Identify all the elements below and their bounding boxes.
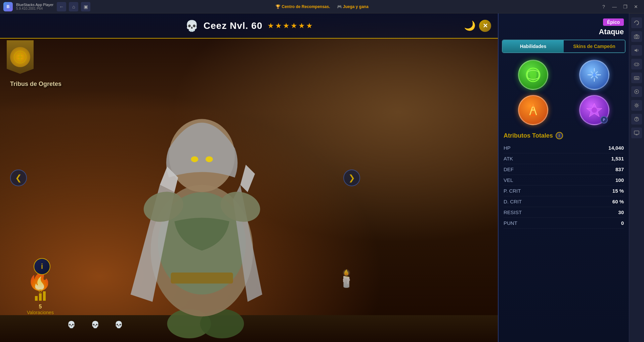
svg-point-33 (637, 64, 638, 65)
sidebar-rotate-button[interactable] (631, 17, 642, 28)
stat-label-vel: VEL (504, 177, 513, 183)
game-header: 💀 Ceez Nvl. 60 ★ ★ ★ ★ ★ ★ 🌙 ✕ (0, 13, 498, 39)
stat-value-resist: 30 (618, 209, 624, 215)
svg-rect-43 (634, 131, 639, 134)
skill-3-button[interactable] (518, 95, 548, 125)
sidebar-monitor-button[interactable] (631, 128, 642, 138)
sidebar-screenshot-button[interactable] (631, 31, 642, 42)
sidebar-quest-button[interactable] (631, 114, 642, 125)
game-background (0, 13, 498, 342)
right-panel: Épico Ataque Habilidades Skins de Campeó… (498, 13, 629, 342)
app-title: BlueStacks App Player 5.9.410.2001 P64 (16, 3, 53, 10)
ratings-count: 5 (39, 304, 42, 310)
keyboard-icon (634, 75, 640, 81)
main-area: 💀 Ceez Nvl. 60 ★ ★ ★ ★ ★ ★ 🌙 ✕ (0, 13, 644, 342)
stat-row-punt: PUNT 0 (504, 218, 624, 229)
sidebar-keyboard-button[interactable] (631, 72, 642, 83)
stat-label-hp: HP (504, 145, 511, 151)
info-button[interactable]: i (34, 258, 50, 275)
titlebar-center: 🏆 Centro de Recompensas. 🎮 Juega y gana (275, 4, 369, 9)
svg-point-32 (637, 64, 638, 64)
stat-row-atk: ATK 1,531 (504, 153, 624, 164)
header-actions: 🌙 ✕ (464, 20, 491, 32)
svg-rect-4 (43, 291, 46, 301)
attributes-header: Atributos Totales i (504, 132, 624, 139)
skill-1-button[interactable] (518, 60, 548, 90)
titlebar: B BlueStacks App Player 5.9.410.2001 P64… (0, 0, 644, 13)
tab-habilidades[interactable]: Habilidades (503, 40, 564, 52)
stat-label-atk: ATK (504, 156, 513, 161)
bluestacks-sidebar (629, 13, 644, 342)
stat-row-vel: VEL 100 (504, 175, 624, 186)
stat-label-punt: PUNT (504, 220, 517, 226)
star-rating: ★ ★ ★ ★ ★ ★ (267, 21, 313, 30)
role-label: Ataque (599, 28, 624, 36)
play-earn-button[interactable]: 🎮 Juega y gana (337, 4, 369, 9)
prev-champion-button[interactable]: ❮ (10, 169, 27, 186)
gamepad-icon (634, 61, 640, 67)
skill-4-button[interactable]: P (579, 95, 609, 125)
rotate-icon (634, 20, 640, 26)
skill-3-icon (525, 102, 542, 118)
svg-point-28 (636, 36, 638, 38)
svg-rect-3 (39, 293, 42, 301)
stat-row-hp: HP 14,040 (504, 143, 624, 153)
stat-label-def: DEF (504, 166, 514, 172)
tab-skins[interactable]: Skins de Campeón (564, 40, 625, 52)
rewards-button[interactable]: 🏆 Centro de Recompensas. (275, 4, 330, 9)
guild-symbol-icon (13, 50, 27, 64)
stat-value-punt: 0 (621, 220, 624, 226)
stat-row-pcrit: P. CRIT 15 % (504, 186, 624, 196)
help-button[interactable]: ? (599, 2, 608, 11)
bluestacks-logo: B (3, 2, 13, 11)
close-button[interactable]: ✕ (631, 2, 641, 11)
type-section: Épico Ataque (499, 13, 629, 38)
home-button[interactable]: ⌂ (69, 2, 78, 11)
tribe-label: Tribus de Ogretes (10, 81, 61, 88)
floor-decoration: 💀 💀 💀 (67, 321, 130, 329)
titlebar-controls: ? — ❐ ✕ (599, 2, 641, 11)
back-button[interactable]: ← (57, 2, 66, 11)
sidebar-macro-button[interactable] (631, 86, 642, 97)
sidebar-settings-button[interactable] (631, 100, 642, 111)
volume-icon (634, 47, 640, 53)
stat-value-hp: 14,040 (608, 145, 624, 151)
game-area: 💀 Ceez Nvl. 60 ★ ★ ★ ★ ★ ★ 🌙 ✕ (0, 13, 498, 342)
guild-banner (7, 40, 37, 74)
stat-row-resist: RESIST 30 (504, 207, 624, 218)
svg-rect-34 (634, 77, 639, 80)
stat-value-vel: 100 (615, 177, 624, 183)
game-close-button[interactable]: ✕ (479, 20, 491, 32)
epic-badge: Épico (603, 18, 624, 26)
titlebar-nav: ← ⌂ ▣ (57, 2, 90, 11)
stat-value-dcrit: 60 % (612, 199, 624, 204)
sidebar-volume-button[interactable] (631, 45, 642, 56)
bar-chart-icon (34, 289, 46, 301)
stat-value-pcrit: 15 % (612, 188, 624, 194)
ratings-chart-icon (34, 289, 46, 304)
svg-point-40 (636, 105, 638, 106)
recent-button[interactable]: ▣ (81, 2, 90, 11)
ratings-label: Valoraciones (27, 310, 54, 315)
attributes-info-button[interactable]: i (556, 132, 563, 139)
skull-icon: 💀 (185, 19, 199, 32)
titlebar-left: B BlueStacks App Player 5.9.410.2001 P64… (3, 2, 90, 11)
skill-4-icon (586, 102, 603, 118)
stat-value-atk: 1,531 (611, 156, 624, 161)
macro-icon (634, 89, 640, 95)
svg-point-1 (18, 55, 22, 59)
next-champion-button[interactable]: ❯ (343, 169, 360, 186)
moon-icon: 🌙 (464, 20, 476, 31)
sidebar-gamepad-button[interactable] (631, 59, 642, 69)
skill-2-button[interactable] (579, 60, 609, 90)
ground (0, 315, 498, 342)
attributes-title: Atributos Totales (504, 132, 553, 139)
banner-shape (7, 40, 34, 74)
stat-row-def: DEF 837 (504, 164, 624, 175)
torch-right: 🕯️ (336, 269, 357, 288)
stat-label-dcrit: D. CRIT (504, 199, 522, 204)
minimize-button[interactable]: — (610, 2, 619, 11)
svg-point-20 (593, 73, 596, 77)
restore-button[interactable]: ❐ (620, 2, 630, 11)
monitor-icon (634, 130, 640, 136)
